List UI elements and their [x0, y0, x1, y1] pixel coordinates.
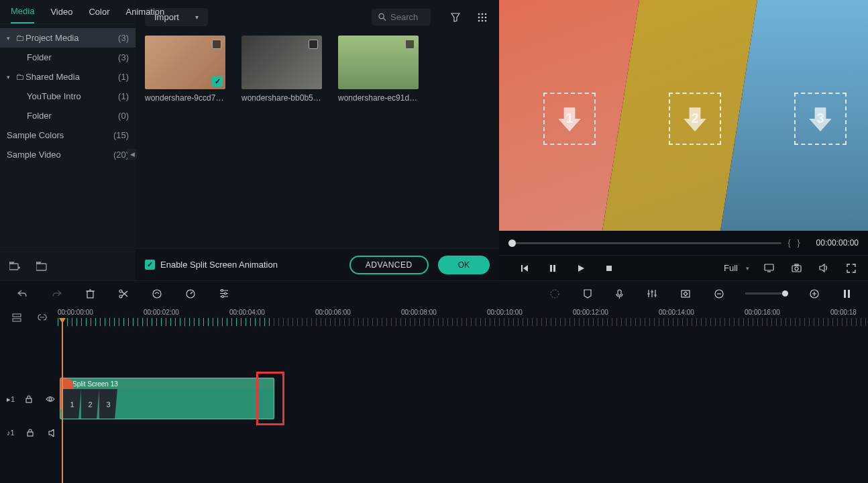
- fit-zoom-icon[interactable]: [840, 286, 853, 301]
- split-icon[interactable]: [116, 286, 131, 301]
- sidebar-item-5[interactable]: Sample Colors(15): [0, 125, 135, 145]
- clip-seg-2[interactable]: 2: [81, 389, 99, 419]
- display-icon[interactable]: [761, 261, 777, 275]
- delete-icon[interactable]: [83, 286, 97, 301]
- svg-point-25: [221, 290, 223, 292]
- audio-mixer-icon[interactable]: [645, 286, 659, 301]
- svg-rect-39: [28, 432, 33, 436]
- sidebar-item-0[interactable]: ▾🗀Project Media(3): [0, 28, 135, 48]
- skip-back-icon[interactable]: [518, 262, 531, 275]
- ruler-tick: 00:00:14:00: [659, 309, 694, 316]
- svg-rect-37: [26, 398, 32, 402]
- keyframe-icon[interactable]: [678, 287, 693, 301]
- sidebar-item-6[interactable]: Sample Video(20): [0, 145, 135, 164]
- svg-point-21: [119, 290, 122, 292]
- tab-color[interactable]: Color: [89, 0, 109, 23]
- sidebar-item-3[interactable]: YouTube Intro(1): [0, 87, 135, 106]
- play-icon[interactable]: [574, 262, 588, 275]
- speed-icon[interactable]: [183, 286, 198, 301]
- snapshot-icon[interactable]: [789, 261, 804, 275]
- timeline-playhead[interactable]: [62, 321, 63, 483]
- mute-audio-icon[interactable]: [46, 427, 59, 439]
- svg-rect-33: [844, 290, 846, 298]
- ruler-tick: 00:00:18: [830, 309, 857, 316]
- advanced-button[interactable]: ADVANCED: [349, 256, 429, 274]
- visibility-icon[interactable]: [43, 393, 58, 405]
- filter-icon[interactable]: [448, 10, 463, 25]
- svg-point-7: [482, 16, 484, 18]
- new-folder-icon[interactable]: [7, 259, 23, 274]
- adjust-icon[interactable]: [217, 286, 231, 301]
- tab-media[interactable]: Media: [11, 0, 34, 23]
- media-thumb-2[interactable]: wondershare-ec91dd68-...: [338, 36, 419, 103]
- video-track-label: ▸1: [7, 395, 15, 404]
- zoom-out-icon[interactable]: [712, 286, 726, 301]
- svg-rect-0: [9, 264, 18, 270]
- svg-rect-12: [521, 265, 523, 272]
- svg-point-26: [225, 292, 227, 294]
- mark-out-icon[interactable]: }: [798, 238, 800, 248]
- svg-point-9: [478, 19, 480, 21]
- sidebar-item-1[interactable]: Folder(3): [0, 48, 135, 67]
- svg-point-11: [485, 19, 487, 21]
- mark-in-icon[interactable]: {: [788, 238, 791, 248]
- grid-view-icon[interactable]: [475, 10, 490, 25]
- svg-rect-34: [848, 290, 850, 298]
- enable-split-screen-checkbox[interactable]: ✓ Enable Split Screen Animation: [145, 260, 278, 270]
- preview-timecode: 00:00:00:00: [816, 238, 859, 248]
- svg-point-5: [485, 13, 487, 15]
- sidebar-item-4[interactable]: Folder(0): [0, 106, 135, 125]
- crop-icon[interactable]: [150, 286, 164, 301]
- tab-video[interactable]: Video: [50, 0, 72, 23]
- svg-rect-16: [765, 264, 773, 270]
- svg-point-10: [482, 19, 484, 21]
- fullscreen-icon[interactable]: [844, 261, 859, 276]
- link-icon[interactable]: [35, 310, 50, 325]
- search-input[interactable]: [372, 9, 431, 25]
- svg-point-28: [551, 290, 559, 298]
- media-thumb-1[interactable]: wondershare-bb0b5cdd-...: [241, 36, 322, 103]
- svg-rect-35: [13, 314, 21, 317]
- ruler-tick: 00:00:02:00: [144, 309, 179, 316]
- preview-quality-select[interactable]: Full ▾: [724, 263, 749, 273]
- svg-rect-29: [618, 290, 621, 295]
- svg-rect-14: [553, 265, 555, 272]
- zoom-slider[interactable]: [745, 292, 788, 294]
- ruler-tick: 00:00:04:00: [229, 309, 265, 316]
- record-voice-icon[interactable]: [613, 286, 626, 301]
- timeline-clip[interactable]: Split Screen 13 123: [60, 378, 274, 419]
- track-manager-icon[interactable]: [9, 311, 24, 325]
- stop-icon[interactable]: [602, 262, 616, 275]
- media-thumb-0[interactable]: ✓wondershare-9ccd78f6-6...: [145, 36, 225, 103]
- svg-point-38: [49, 398, 52, 400]
- zoom-in-icon[interactable]: [807, 286, 822, 301]
- audio-track-label: ♪1: [7, 429, 15, 437]
- svg-point-18: [795, 267, 798, 270]
- preview-scrubber[interactable]: [508, 242, 781, 244]
- ruler-tick: 00:00:06:00: [315, 309, 351, 316]
- lock-audio-icon[interactable]: [24, 426, 36, 439]
- folder-icon[interactable]: [34, 259, 50, 274]
- svg-point-3: [478, 13, 480, 15]
- redo-icon[interactable]: [49, 286, 64, 301]
- sidebar-item-2[interactable]: ▾🗀Shared Media(1): [0, 67, 135, 87]
- undo-icon[interactable]: [15, 286, 30, 301]
- svg-rect-15: [606, 266, 612, 271]
- volume-icon[interactable]: [816, 261, 832, 275]
- clip-seg-3[interactable]: 3: [99, 389, 117, 419]
- tab-animation[interactable]: Animation: [126, 0, 165, 23]
- ok-button[interactable]: OK: [438, 256, 490, 274]
- svg-rect-17: [792, 266, 801, 272]
- ruler-tick: 00:00:10:00: [487, 309, 523, 316]
- svg-rect-36: [13, 319, 21, 321]
- collapse-sidebar-icon[interactable]: ◀: [127, 149, 137, 160]
- clip-seg-1[interactable]: 1: [63, 389, 81, 419]
- enable-split-screen-label: Enable Split Screen Animation: [160, 260, 278, 270]
- svg-point-27: [222, 296, 224, 298]
- lock-track-icon[interactable]: [23, 392, 35, 406]
- marker-icon[interactable]: [581, 286, 594, 301]
- render-icon[interactable]: [547, 286, 562, 301]
- pause-icon[interactable]: [546, 262, 559, 275]
- clip-title: Split Screen 13: [72, 380, 118, 388]
- svg-point-2: [379, 13, 384, 18]
